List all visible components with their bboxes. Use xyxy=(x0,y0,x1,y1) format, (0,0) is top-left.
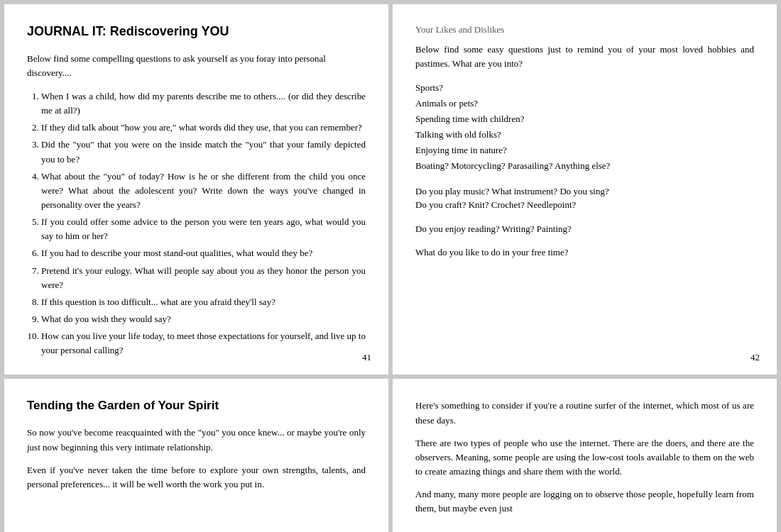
question-block-free-time: What do you like to do in your free time… xyxy=(415,245,754,260)
likes-item: Enjoying time in nature? xyxy=(415,143,754,158)
list-item: How can you live your life today, to mee… xyxy=(41,329,366,358)
card-top-left: JOURNAL IT: Rediscovering YOU Below find… xyxy=(4,4,388,375)
spirit-para-2: Even if you've never taken the time befo… xyxy=(27,463,366,492)
question-block-music: Do you play music? What instrument? Do y… xyxy=(415,184,754,212)
internet-para-1: Here's something to consider if you're a… xyxy=(415,399,754,427)
card-title-journal: JOURNAL IT: Rediscovering YOU xyxy=(27,24,366,39)
internet-para-3: And many, many more people are logging o… xyxy=(415,487,754,516)
list-item: Pretend it's your eulogy. What will peop… xyxy=(41,264,366,292)
question-text: What do you like to do in your free time… xyxy=(415,245,754,260)
card-subtitle-likes: Your Likes and Dislikes xyxy=(415,24,754,35)
card-intro-journal: Below find some compelling questions to … xyxy=(27,52,366,79)
card-top-right: Your Likes and Dislikes Below find some … xyxy=(393,4,777,375)
card-title-spirit: Tending the Garden of Your Spirit xyxy=(27,399,366,413)
question-text: Do you play music? What instrument? Do y… xyxy=(415,184,754,199)
internet-para-2: There are two types of people who use th… xyxy=(415,436,754,479)
card-intro-likes: Below find some easy questions just to r… xyxy=(415,43,754,70)
list-item: When I was a child, how did my parents d… xyxy=(41,89,366,118)
list-item: What about the "you" of today? How is he… xyxy=(41,170,366,212)
likes-item: Sports? xyxy=(415,80,754,96)
list-item: If this question is too difficult... wha… xyxy=(41,295,366,309)
list-item: If they did talk about "how you are," wh… xyxy=(41,121,366,135)
page-grid: JOURNAL IT: Rediscovering YOU Below find… xyxy=(0,0,781,532)
page-number-42: 42 xyxy=(750,352,760,363)
likes-item: Spending time with children? xyxy=(415,111,754,127)
likes-item: Animals or pets? xyxy=(415,96,754,111)
list-item: Did the "you" that you were on the insid… xyxy=(41,138,366,166)
list-item: If you could offer some advice to the pe… xyxy=(41,215,366,243)
spirit-para-1: So now you've become reacquainted with t… xyxy=(27,426,366,454)
question-text: Do you craft? Knit? Crochet? Needlepoint… xyxy=(415,198,754,212)
journal-questions-list: When I was a child, how did my parents d… xyxy=(27,89,366,360)
likes-list: Sports? Animals or pets? Spending time w… xyxy=(415,80,754,174)
card-bottom-right: Here's something to consider if you're a… xyxy=(393,379,777,532)
list-item: If you had to describe your most stand-o… xyxy=(41,246,366,260)
likes-item: Talking with old folks? xyxy=(415,127,754,143)
card-bottom-left: Tending the Garden of Your Spirit So now… xyxy=(4,379,388,532)
likes-item: Boating? Motorcycling? Parasailing? Anyt… xyxy=(415,158,754,174)
question-block-reading: Do you enjoy reading? Writing? Painting? xyxy=(415,222,754,236)
question-text: Do you enjoy reading? Writing? Painting? xyxy=(415,222,754,236)
page-number-41: 41 xyxy=(362,352,371,363)
list-item: What do you wish they would say? xyxy=(41,312,366,326)
